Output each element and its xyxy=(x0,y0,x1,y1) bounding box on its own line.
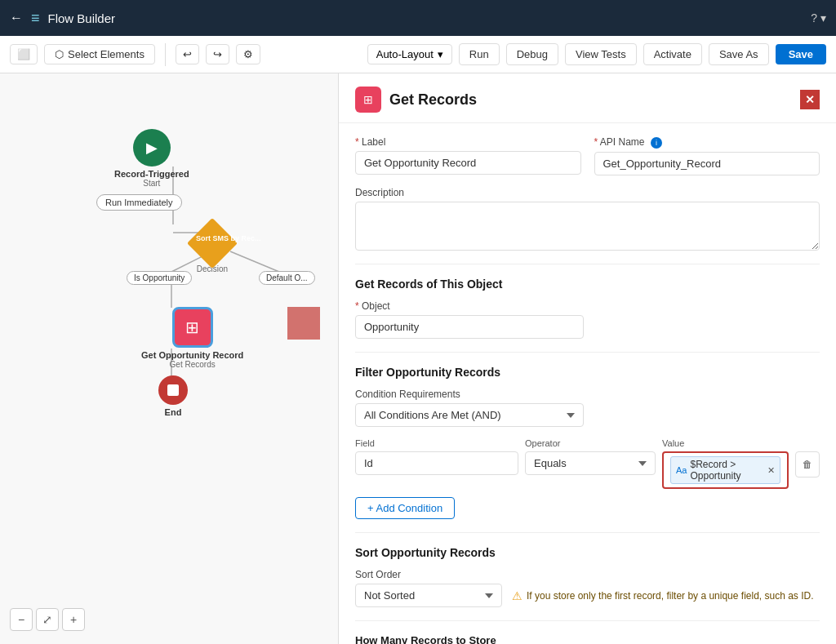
extra-node xyxy=(287,307,320,340)
get-record-node-label: Get Opportunity Record xyxy=(141,350,243,360)
canvas-toggle-button[interactable]: ⬜ xyxy=(10,44,38,64)
condition-row: Equals Aa $Record > Opportunity ✕ 🗑 xyxy=(355,451,820,489)
object-label: Object xyxy=(355,300,584,312)
zoom-fit-button[interactable]: ⤢ xyxy=(36,608,59,631)
condition-header: Field Operator Value xyxy=(355,438,820,448)
filter-section-title: Filter Opportunity Records xyxy=(355,366,820,379)
end-label: End xyxy=(165,407,182,417)
panel-body: Label API Name i Description Get Reco xyxy=(339,123,836,644)
auto-layout-label: Auto-Layout xyxy=(376,48,434,60)
auto-layout-button[interactable]: Auto-Layout ▾ xyxy=(367,44,452,64)
close-panel-button[interactable]: ✕ xyxy=(800,90,820,109)
operator-col-label: Operator xyxy=(525,438,656,448)
description-group: Description xyxy=(355,187,820,251)
object-group: Object xyxy=(355,300,584,339)
redo-icon: ↪ xyxy=(213,48,222,60)
condition-req-label: Condition Requirements xyxy=(355,389,584,400)
end-icon xyxy=(158,375,188,405)
get-record-node-sublabel: Get Records xyxy=(170,360,216,369)
main-area: ▶ Record-Triggered Start Run Immediately… xyxy=(0,73,836,644)
help-button[interactable]: ? ▾ xyxy=(811,11,826,24)
field-col-label: Field xyxy=(355,438,518,448)
zoom-out-button[interactable]: − xyxy=(10,608,33,631)
canvas-icon: ⬜ xyxy=(17,48,30,60)
activate-button[interactable]: Activate xyxy=(643,43,702,65)
default-label: Default O... xyxy=(259,271,315,285)
object-input[interactable] xyxy=(355,315,584,339)
view-tests-button[interactable]: View Tests xyxy=(565,43,637,65)
get-record-node[interactable]: ⊞ Get Opportunity Record Get Records xyxy=(141,307,243,369)
sort-order-label: Sort Order xyxy=(355,569,502,580)
toolbar-divider-1 xyxy=(165,43,166,66)
close-icon: ✕ xyxy=(805,93,815,106)
divider-2 xyxy=(355,352,820,353)
divider-4 xyxy=(355,620,820,621)
sort-order-select[interactable]: Not Sorted xyxy=(355,584,502,607)
start-label: Record-Triggered xyxy=(114,169,189,179)
run-button[interactable]: Run xyxy=(459,43,500,65)
value-tag-text: $Record > Opportunity xyxy=(690,459,764,482)
api-name-info-icon[interactable]: i xyxy=(651,137,662,149)
save-label: Save xyxy=(789,48,813,60)
value-tag-close-button[interactable]: ✕ xyxy=(767,465,775,476)
field-col xyxy=(355,451,518,475)
condition-req-select[interactable]: All Conditions Are Met (AND) xyxy=(355,403,584,427)
condition-req-group: Condition Requirements All Conditions Ar… xyxy=(355,389,584,427)
add-condition-button[interactable]: + Add Condition xyxy=(355,497,455,519)
debug-label: Debug xyxy=(517,48,548,60)
run-immediately-label: Run Immediately xyxy=(96,194,182,211)
panel-title: Get Records xyxy=(389,91,477,109)
view-tests-label: View Tests xyxy=(576,48,626,60)
svg-line-4 xyxy=(230,251,279,272)
label-group: Label xyxy=(355,136,581,175)
select-elements-icon: ⬡ xyxy=(55,48,64,60)
sort-warning: ⚠ If you store only the first record, fi… xyxy=(512,589,814,602)
back-button[interactable]: ← xyxy=(10,11,23,25)
panel-icon: ⊞ xyxy=(355,87,381,113)
zoom-controls: − ⤢ + xyxy=(10,608,85,631)
nav-title: Flow Builder xyxy=(48,11,116,25)
value-tag: Aa $Record > Opportunity ✕ xyxy=(670,456,780,484)
right-panel: ⊞ Get Records ✕ Label API Name i xyxy=(339,73,836,644)
value-tag-type-icon: Aa xyxy=(676,465,687,475)
divider-1 xyxy=(355,264,820,264)
delete-condition-button[interactable]: 🗑 xyxy=(795,451,820,477)
value-col-label: Value xyxy=(662,438,820,448)
records-count-section-title: How Many Records to Store xyxy=(355,634,820,644)
undo-icon: ↩ xyxy=(183,48,192,60)
value-input-box[interactable]: Aa $Record > Opportunity ✕ xyxy=(662,451,789,489)
auto-layout-dropdown-icon: ▾ xyxy=(438,48,443,60)
select-elements-button[interactable]: ⬡ Select Elements xyxy=(44,44,155,64)
debug-button[interactable]: Debug xyxy=(506,43,558,65)
redo-button[interactable]: ↪ xyxy=(206,44,229,64)
sort-row: Sort Order Not Sorted ⚠ If you store onl… xyxy=(355,569,820,607)
decision-diamond xyxy=(187,218,238,269)
save-button[interactable]: Save xyxy=(776,44,826,64)
start-node[interactable]: ▶ Record-Triggered Start xyxy=(114,129,189,188)
label-field-label: Label xyxy=(355,136,581,148)
description-label: Description xyxy=(355,187,820,198)
end-node[interactable]: End xyxy=(158,375,188,417)
operator-select[interactable]: Equals xyxy=(525,451,656,475)
sort-order-group: Sort Order Not Sorted xyxy=(355,569,502,607)
activate-label: Activate xyxy=(654,48,691,60)
logo-icon: ≡ xyxy=(31,10,40,27)
sort-warning-text: If you store only the first record, filt… xyxy=(527,590,814,602)
canvas[interactable]: ▶ Record-Triggered Start Run Immediately… xyxy=(0,73,339,644)
undo-button[interactable]: ↩ xyxy=(176,44,199,64)
sort-section-title: Sort Opportunity Records xyxy=(355,546,820,559)
value-col: Aa $Record > Opportunity ✕ xyxy=(662,451,789,489)
warning-icon: ⚠ xyxy=(512,589,522,602)
save-as-button[interactable]: Save As xyxy=(709,43,769,65)
settings-button[interactable]: ⚙ xyxy=(236,44,260,64)
api-name-input[interactable] xyxy=(594,152,820,175)
label-api-row: Label API Name i xyxy=(355,136,820,175)
nav-bar: ← ≡ Flow Builder ? ▾ xyxy=(0,0,836,36)
field-input[interactable] xyxy=(355,451,518,475)
description-textarea[interactable] xyxy=(355,202,820,251)
label-input[interactable] xyxy=(355,151,581,175)
zoom-in-button[interactable]: + xyxy=(62,608,85,631)
save-as-label: Save As xyxy=(719,48,758,60)
decision-node[interactable]: Sort SMS by Rec... Decision xyxy=(194,225,230,273)
start-sublabel: Start xyxy=(143,179,160,188)
